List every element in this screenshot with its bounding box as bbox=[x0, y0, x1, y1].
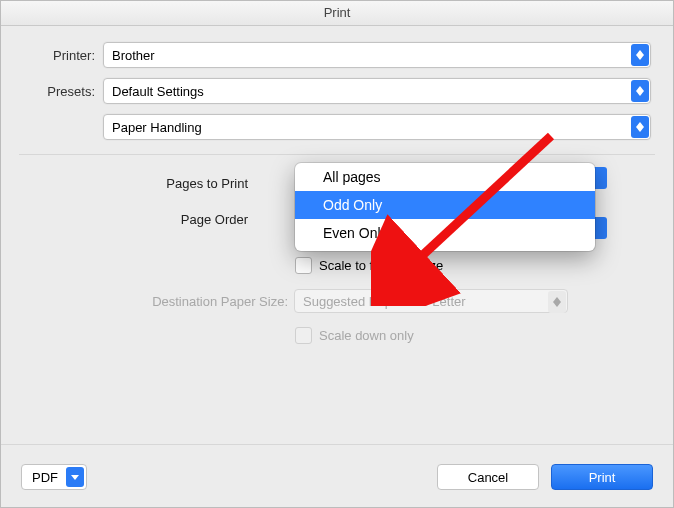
presets-row: Presets: Default Settings bbox=[23, 78, 651, 104]
printer-label: Printer: bbox=[23, 48, 95, 63]
popup-item-label: All pages bbox=[323, 169, 381, 185]
section-value: Paper Handling bbox=[112, 120, 642, 135]
pages-to-print-label: Pages to Print bbox=[63, 176, 248, 191]
print-button[interactable]: Print bbox=[551, 464, 653, 490]
section-select[interactable]: Paper Handling bbox=[103, 114, 651, 140]
dest-paper-row: Destination Paper Size: Suggested Paper:… bbox=[63, 287, 651, 315]
pdf-menu-button[interactable]: PDF bbox=[21, 464, 87, 490]
scale-down-row: Scale down only bbox=[295, 323, 651, 347]
footer-divider bbox=[1, 444, 673, 445]
print-label: Print bbox=[589, 470, 616, 485]
popup-item-label: Even Only bbox=[323, 225, 388, 241]
page-order-label: Page Order bbox=[63, 212, 248, 227]
dialog-content: Printer: Brother Presets: Default Settin… bbox=[1, 26, 673, 347]
section-row: Paper Handling bbox=[23, 114, 651, 140]
cancel-button[interactable]: Cancel bbox=[437, 464, 539, 490]
pages-to-print-popup: All pages Odd Only Even Only bbox=[295, 163, 595, 251]
chevron-down-icon bbox=[66, 467, 84, 487]
popup-item-label: Odd Only bbox=[323, 197, 382, 213]
updown-icon bbox=[631, 116, 649, 138]
print-dialog: Print Printer: Brother Presets: Default … bbox=[0, 0, 674, 508]
divider bbox=[19, 154, 655, 155]
popup-item-even-only[interactable]: Even Only bbox=[295, 219, 595, 247]
printer-value: Brother bbox=[112, 48, 642, 63]
printer-row: Printer: Brother bbox=[23, 42, 651, 68]
popup-item-all-pages[interactable]: All pages bbox=[295, 163, 595, 191]
scale-fit-checkbox[interactable] bbox=[295, 257, 312, 274]
paper-handling-options: Pages to Print Page Order All pages Odd … bbox=[63, 169, 651, 347]
cancel-label: Cancel bbox=[468, 470, 508, 485]
presets-select[interactable]: Default Settings bbox=[103, 78, 651, 104]
scale-down-checkbox bbox=[295, 327, 312, 344]
updown-icon bbox=[631, 44, 649, 66]
pdf-label: PDF bbox=[32, 470, 58, 485]
printer-select[interactable]: Brother bbox=[103, 42, 651, 68]
presets-label: Presets: bbox=[23, 84, 95, 99]
popup-item-odd-only[interactable]: Odd Only bbox=[295, 191, 595, 219]
scale-fit-row: Scale to fit paper size bbox=[295, 253, 651, 277]
dest-paper-value: Suggested Paper: US Letter bbox=[303, 294, 466, 309]
scale-down-label: Scale down only bbox=[319, 328, 414, 343]
updown-icon bbox=[631, 80, 649, 102]
scale-fit-label: Scale to fit paper size bbox=[319, 258, 443, 273]
presets-value: Default Settings bbox=[112, 84, 642, 99]
window-title: Print bbox=[1, 1, 673, 26]
updown-icon bbox=[548, 291, 566, 313]
dest-paper-select: Suggested Paper: US Letter bbox=[294, 289, 568, 313]
dest-paper-label: Destination Paper Size: bbox=[63, 294, 288, 309]
dialog-footer: PDF Cancel Print bbox=[1, 447, 673, 507]
